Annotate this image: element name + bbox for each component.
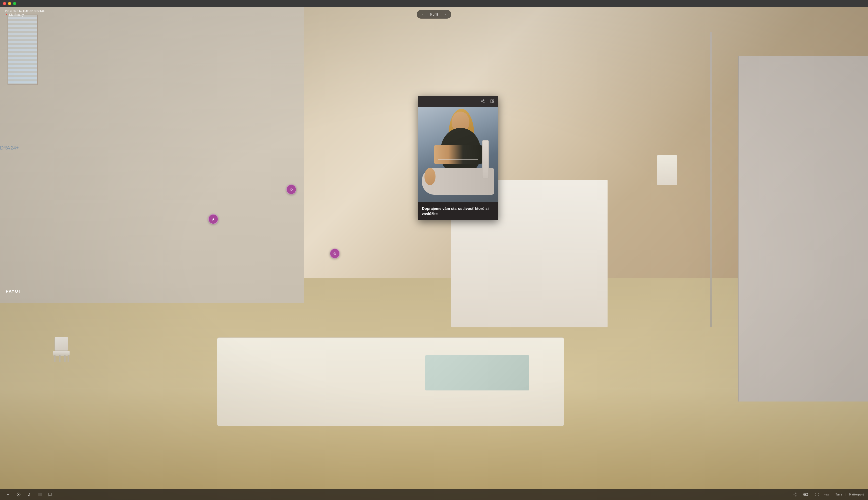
- svg-rect-5: [491, 100, 492, 103]
- help-text[interactable]: Help: [824, 493, 829, 496]
- terms-link[interactable]: Terms: [836, 493, 842, 496]
- wire-shape: [438, 159, 478, 160]
- pagination-control: ‹ 6 of 8 ›: [417, 10, 451, 19]
- product-shelf: [657, 155, 677, 185]
- star-icon: ★: [211, 217, 215, 221]
- salon-chair: [52, 337, 72, 362]
- presenter-name: FUTUR DIGITAL: [23, 10, 45, 13]
- info-panel: Doprajeme vám starostlivosť ktorú si zas…: [418, 96, 498, 220]
- panorama-background: DRA 24+ PAYOT: [0, 7, 868, 500]
- footer-separator-2: |: [845, 493, 846, 496]
- svg-line-15: [794, 495, 795, 496]
- table-towel: [425, 355, 529, 390]
- vr-button[interactable]: [802, 490, 810, 499]
- equipment-shape: [482, 140, 489, 178]
- svg-marker-9: [18, 494, 19, 495]
- main-viewport: DRA 24+ PAYOT: [0, 7, 868, 500]
- panel-header: [418, 96, 498, 107]
- panel-title: Doprajeme vám starostlivosť ktorú si zas…: [422, 206, 494, 216]
- chair-seat: [53, 351, 70, 356]
- minimize-button[interactable]: [8, 2, 11, 5]
- fullscreen-icon: [815, 492, 819, 497]
- presented-by-text: Presented by FUTUR DIGITAL: [5, 10, 45, 13]
- next-page-button[interactable]: ›: [442, 12, 448, 17]
- svg-rect-11: [38, 493, 41, 496]
- svg-line-3: [482, 102, 484, 102]
- location-name: KM Beauty: [9, 13, 24, 16]
- chair-leg: [64, 355, 66, 362]
- share-icon: [792, 492, 797, 497]
- arrow-up-icon: [6, 492, 10, 497]
- svg-point-12: [795, 493, 796, 494]
- footer-separator-1: |: [832, 493, 833, 496]
- figure-icon: [27, 492, 31, 497]
- svg-point-10: [29, 493, 30, 494]
- svg-point-0: [483, 100, 484, 101]
- svg-rect-7: [493, 102, 494, 103]
- svg-point-14: [795, 495, 796, 496]
- toolbar-left: [4, 490, 54, 499]
- share-button[interactable]: [791, 490, 799, 499]
- chevron-left-icon: ‹: [423, 12, 424, 16]
- shower-cabin: [738, 56, 868, 401]
- panel-text-area: Doprajeme vám starostlivosť ktorú si zas…: [418, 202, 498, 220]
- layout-icon: [490, 99, 494, 103]
- face-scan-icon: ⊙: [333, 251, 336, 255]
- smiley-icon: ☺: [289, 187, 293, 192]
- chat-icon: [48, 492, 52, 497]
- treatment-scene: [418, 107, 498, 202]
- figure-view-button[interactable]: [25, 490, 33, 499]
- room-wall: [0, 7, 304, 303]
- svg-point-1: [481, 101, 482, 102]
- window-chrome: [0, 0, 868, 7]
- bottom-toolbar: Help | Terms | Matterport: [0, 489, 868, 500]
- share-icon: [481, 99, 485, 103]
- svg-line-4: [482, 100, 484, 101]
- payot-display: PAYOT: [4, 253, 31, 299]
- vr-headset-icon: [803, 493, 808, 496]
- svg-point-18: [804, 494, 806, 495]
- svg-rect-6: [493, 100, 494, 102]
- panel-image: [418, 107, 498, 202]
- matterport-brand: Matterport: [849, 493, 864, 496]
- maximize-button[interactable]: [13, 2, 16, 5]
- treatment-table: [217, 338, 564, 426]
- location-row: 📍 KM Beauty: [5, 13, 45, 16]
- window-blinds: [8, 15, 37, 84]
- svg-point-2: [483, 102, 484, 103]
- play-icon: [16, 492, 21, 497]
- room-window: [8, 14, 38, 85]
- medical-lamp: [710, 32, 712, 327]
- chair-leg: [59, 355, 60, 362]
- page-indicator: 6 of 8: [428, 13, 440, 16]
- layout-panel-button[interactable]: [489, 98, 496, 105]
- floor-plan-button[interactable]: [36, 490, 44, 499]
- notes-button[interactable]: [46, 490, 54, 499]
- toolbar-right: Help | Terms | Matterport: [791, 490, 864, 499]
- chair-leg: [68, 355, 69, 362]
- prev-page-button[interactable]: ‹: [420, 12, 426, 17]
- svg-point-19: [806, 494, 807, 495]
- autoplay-button[interactable]: [14, 490, 23, 499]
- chair-back: [55, 337, 68, 351]
- payot-label: PAYOT: [6, 289, 21, 294]
- scroll-up-button[interactable]: [4, 490, 12, 499]
- chair-leg: [54, 355, 56, 362]
- presenter-info: Presented by FUTUR DIGITAL 📍 KM Beauty: [5, 10, 45, 16]
- close-button[interactable]: [3, 2, 6, 5]
- svg-point-13: [793, 494, 794, 495]
- share-panel-button[interactable]: [479, 98, 486, 105]
- client-face-shape: [425, 168, 436, 185]
- location-pin-icon: 📍: [5, 14, 8, 16]
- chevron-right-icon: ›: [444, 12, 446, 16]
- fullscreen-button[interactable]: [813, 490, 821, 499]
- product-display-dra: DRA 24+: [0, 145, 52, 151]
- arms-shape: [434, 145, 482, 164]
- floor-plan-icon: [38, 492, 42, 497]
- svg-line-16: [794, 493, 795, 494]
